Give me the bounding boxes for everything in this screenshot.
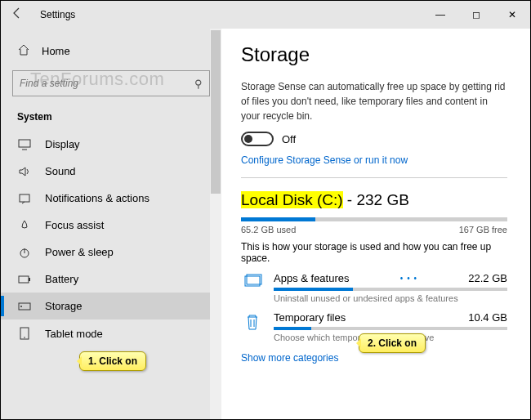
sound-icon <box>17 166 32 177</box>
show-more-categories-link[interactable]: Show more categories <box>241 352 507 364</box>
svg-point-8 <box>24 337 25 338</box>
disk-total: 232 GB <box>356 191 408 208</box>
main-panel: Storage Storage Sense can automatically … <box>221 29 530 419</box>
page-title: Storage <box>241 43 507 66</box>
sidebar-item-display[interactable]: Display <box>1 131 221 158</box>
sidebar-item-tablet-mode[interactable]: Tablet mode <box>1 319 221 347</box>
sidebar-item-focus-assist[interactable]: Focus assist <box>1 212 221 239</box>
search-icon: ⚲ <box>194 78 203 90</box>
category-temporary-files[interactable]: Temporary files 10.4 GB Choose which tem… <box>241 311 507 349</box>
storage-icon <box>17 302 32 311</box>
search-box[interactable]: ⚲ <box>12 70 210 96</box>
category-size: 10.4 GB <box>468 311 507 324</box>
toggle-track <box>241 132 274 146</box>
nav-label: Tablet mode <box>45 328 103 340</box>
sidebar-scrollbar[interactable] <box>210 29 221 419</box>
nav-label: Power & sleep <box>45 246 114 258</box>
category-apps-features[interactable]: Apps & features • • • 22.2 GB Uninstall … <box>241 272 507 310</box>
toggle-knob <box>244 135 252 143</box>
disk-usage-bar <box>241 217 507 221</box>
sidebar-item-battery[interactable]: Battery <box>1 266 221 293</box>
display-icon <box>17 139 32 150</box>
nav-label: Notifications & actions <box>45 192 149 204</box>
category-name: Apps & features <box>274 272 350 284</box>
disk-separator: - <box>343 191 357 208</box>
svg-rect-1 <box>20 194 29 202</box>
nav-label: Battery <box>45 273 78 285</box>
svg-rect-3 <box>19 276 29 283</box>
trash-icon <box>244 311 264 334</box>
sidebar-item-storage[interactable]: Storage <box>1 293 221 319</box>
sidebar-item-notifications[interactable]: Notifications & actions <box>1 185 221 212</box>
sidebar: Home ⚲ System Display Sound Notification… <box>1 29 221 419</box>
power-icon <box>17 247 32 258</box>
category-bar <box>274 327 507 330</box>
loading-spinner-icon: • • • <box>400 274 417 283</box>
nav-label: Focus assist <box>45 219 104 231</box>
search-input[interactable] <box>20 78 194 89</box>
back-button[interactable] <box>1 7 33 23</box>
category-name: Temporary files <box>274 311 346 324</box>
disk-usage-fill <box>241 217 315 221</box>
svg-point-6 <box>20 306 22 307</box>
svg-rect-0 <box>19 140 30 147</box>
usage-note: This is how your storage is used and how… <box>241 241 507 264</box>
category-bar <box>274 288 507 291</box>
nav-label: Display <box>45 138 80 150</box>
category-size: 22.2 GB <box>468 272 507 284</box>
notifications-icon <box>17 193 32 204</box>
storage-sense-description: Storage Sense can automatically free up … <box>241 79 507 123</box>
svg-rect-4 <box>29 278 30 281</box>
window-title: Settings <box>33 9 422 20</box>
configure-storage-sense-link[interactable]: Configure Storage Sense or run it now <box>241 154 507 166</box>
focus-assist-icon <box>17 220 32 231</box>
disk-name: Local Disk (C:) <box>241 191 343 208</box>
nav-label: Sound <box>45 165 76 177</box>
divider <box>241 177 507 178</box>
tablet-icon <box>17 327 32 340</box>
maximize-button[interactable]: ◻ <box>458 2 494 27</box>
apps-icon <box>244 272 264 292</box>
category-hint: Choose which temporary files to remove <box>274 333 507 342</box>
disk-usage-row: 65.2 GB used 167 GB free <box>241 225 507 235</box>
title-bar: Settings — ◻ ✕ <box>1 1 530 29</box>
sidebar-item-power-sleep[interactable]: Power & sleep <box>1 239 221 266</box>
disk-free-text: 167 GB free <box>459 225 507 235</box>
category-hint: Uninstall unused or undesired apps & fea… <box>274 293 507 303</box>
sidebar-home[interactable]: Home <box>1 38 221 64</box>
storage-sense-toggle[interactable]: Off <box>241 132 507 146</box>
disk-heading: Local Disk (C:) - 232 GB <box>241 191 507 209</box>
home-icon <box>17 43 30 59</box>
sidebar-item-sound[interactable]: Sound <box>1 158 221 185</box>
sidebar-group-header: System <box>1 108 221 131</box>
disk-used-text: 65.2 GB used <box>241 225 296 235</box>
minimize-button[interactable]: — <box>422 2 458 27</box>
battery-icon <box>17 275 32 284</box>
toggle-label: Off <box>282 133 296 145</box>
sidebar-scrollbar-thumb[interactable] <box>211 30 221 194</box>
nav-label: Storage <box>45 300 83 312</box>
sidebar-home-label: Home <box>42 45 70 57</box>
close-button[interactable]: ✕ <box>494 2 530 27</box>
